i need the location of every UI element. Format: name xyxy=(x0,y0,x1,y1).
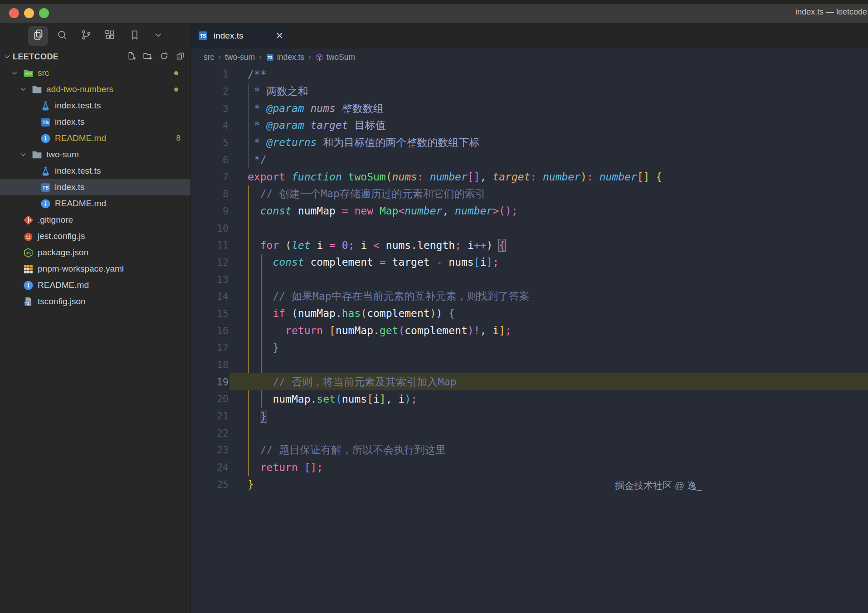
line-number: 1 xyxy=(191,68,248,80)
code-line-15[interactable]: 15 if (numMap.has(complement)) { xyxy=(191,305,868,322)
tree-item-jest.config.js[interactable]: jest.config.js xyxy=(0,228,190,244)
tree-item-README.md[interactable]: iREADME.md xyxy=(0,277,190,293)
tree-item-package.json[interactable]: JSpackage.json xyxy=(0,244,190,261)
tab-index-ts[interactable]: TS index.ts ✕ xyxy=(191,23,290,49)
breadcrumb-item-two-sum[interactable]: two-sum xyxy=(225,53,255,62)
tree-item-label: tsconfig.json xyxy=(38,297,86,306)
chevron-down-icon[interactable] xyxy=(4,53,11,60)
activity-source-control-button[interactable] xyxy=(76,26,96,46)
tree-item-.gitignore[interactable]: .gitignore xyxy=(0,212,190,228)
chevron-down-icon xyxy=(20,86,31,93)
code-line-19[interactable]: 19 // 否则，将当前元素及其索引加入Map xyxy=(191,373,868,390)
code-line-9[interactable]: 9 const numMap = new Map<number, number>… xyxy=(191,203,868,220)
tree-item-README.md[interactable]: iREADME.md xyxy=(0,195,190,212)
code-line-7[interactable]: 7export function twoSum(nums: number[], … xyxy=(191,168,868,185)
tree-item-tsconfig.json[interactable]: TStsconfig.json xyxy=(0,293,190,310)
tree-item-index.ts[interactable]: TSindex.ts xyxy=(0,114,190,130)
search-icon xyxy=(56,29,68,43)
tree-item-README.md[interactable]: iREADME.md8 xyxy=(0,130,190,146)
tree-item-index.test.ts[interactable]: index.test.ts xyxy=(0,163,190,179)
vscode-window: { "window": { "title": "index.ts — leetc… xyxy=(0,0,868,613)
tree-item-label: index.test.ts xyxy=(55,166,101,176)
line-number: 22 xyxy=(191,428,248,439)
code-text: // 否则，将当前元素及其索引加入Map xyxy=(248,375,456,389)
readme-icon: i xyxy=(23,280,34,291)
collapse-all-button[interactable] xyxy=(176,51,185,63)
new-folder-button[interactable] xyxy=(143,51,152,63)
file-tree: </>srcadd-two-numbersindex.test.tsTSinde… xyxy=(0,65,190,613)
ts-icon: TS xyxy=(40,117,51,128)
close-window-button[interactable] xyxy=(9,8,19,18)
tree-item-label: jest.config.js xyxy=(38,231,85,241)
line-number: 24 xyxy=(191,462,248,473)
code-line-5[interactable]: 5 * @returns 和为目标值的两个整数的数组下标 xyxy=(191,134,868,151)
code-text: if (numMap.has(complement)) { xyxy=(248,307,455,319)
line-number: 9 xyxy=(191,205,248,217)
minimize-window-button[interactable] xyxy=(24,8,34,18)
tree-item-index.ts[interactable]: TSindex.ts xyxy=(0,179,190,195)
tree-item-index.test.ts[interactable]: index.test.ts xyxy=(0,97,190,114)
tree-item-src[interactable]: </>src xyxy=(0,65,190,81)
tree-item-add-two-numbers[interactable]: add-two-numbers xyxy=(0,81,190,97)
code-line-3[interactable]: 3 * @param nums 整数数组 xyxy=(191,100,868,117)
line-number: 20 xyxy=(191,393,248,404)
line-number: 6 xyxy=(191,154,248,165)
code-line-14[interactable]: 14 // 如果Map中存在当前元素的互补元素，则找到了答案 xyxy=(191,288,868,305)
code-line-22[interactable]: 22 xyxy=(191,424,868,442)
activity-extensions-button[interactable] xyxy=(100,26,120,46)
code-line-17[interactable]: 17 } xyxy=(191,339,868,356)
code-line-13[interactable]: 13 xyxy=(191,271,868,288)
refresh-button[interactable] xyxy=(159,51,169,63)
readme-icon: i xyxy=(40,133,51,144)
breadcrumb-item-twoSum[interactable]: twoSum xyxy=(315,53,355,62)
line-number: 18 xyxy=(191,359,248,370)
code-line-11[interactable]: 11 for (let i = 0; i < nums.length; i++)… xyxy=(191,237,868,254)
svg-text:JS: JS xyxy=(26,251,31,255)
svg-text:i: i xyxy=(28,282,29,289)
code-line-18[interactable]: 18 xyxy=(191,356,868,374)
breadcrumb-item-src[interactable]: src xyxy=(204,53,214,62)
line-number: 3 xyxy=(191,103,248,114)
activity-explorer-button[interactable] xyxy=(28,26,48,46)
test-icon xyxy=(40,100,51,112)
activity-bookmark-button[interactable] xyxy=(124,26,144,46)
line-number: 19 xyxy=(191,376,248,388)
tree-item-pnpm-workspace.yaml[interactable]: pnpm-workspace.yaml xyxy=(0,261,190,277)
breadcrumb-item-index.ts[interactable]: TSindex.ts xyxy=(266,53,304,62)
code-line-8[interactable]: 8 // 创建一个Map存储遍历过的元素和它们的索引 xyxy=(191,185,868,203)
new-file-button[interactable] xyxy=(127,51,136,63)
code-line-12[interactable]: 12 const complement = target - nums[i]; xyxy=(191,254,868,271)
close-tab-icon[interactable]: ✕ xyxy=(275,30,283,41)
activity-search-button[interactable] xyxy=(52,26,72,46)
explorer-section-title[interactable]: LEETCODE xyxy=(13,52,59,62)
code-text: * @param target 目标值 xyxy=(248,118,385,132)
folder-icon xyxy=(31,149,43,161)
code-line-20[interactable]: 20 numMap.set(nums[i], i); xyxy=(191,390,868,408)
code-line-16[interactable]: 16 return [numMap.get(complement)!, i]; xyxy=(191,322,868,339)
activity-bar xyxy=(0,23,190,49)
code-line-6[interactable]: 6 */ xyxy=(191,151,868,168)
code-text: for (let i = 0; i < nums.length; i++) { xyxy=(248,239,505,251)
symbol-icon xyxy=(315,53,324,62)
code-line-25[interactable]: 25} xyxy=(191,476,868,493)
code-line-10[interactable]: 10 xyxy=(191,219,868,237)
code-line-4[interactable]: 4 * @param target 目标值 xyxy=(191,117,868,134)
zoom-window-button[interactable] xyxy=(39,8,49,18)
tab-bar: TS index.ts ✕ xyxy=(191,23,868,49)
tree-item-label: README.md xyxy=(38,280,89,290)
line-number: 15 xyxy=(191,308,248,319)
line-number: 12 xyxy=(191,257,248,268)
code-line-2[interactable]: 2 * 两数之和 xyxy=(191,83,868,100)
activity-more-chevron-button[interactable] xyxy=(148,26,168,46)
refresh-icon xyxy=(159,51,169,63)
git-icon xyxy=(23,214,34,226)
code-text: // 如果Map中存在当前元素的互补元素，则找到了答案 xyxy=(248,289,529,303)
code-line-24[interactable]: 24 return []; xyxy=(191,459,868,476)
code-line-1[interactable]: 1/** xyxy=(191,66,868,83)
code-line-21[interactable]: 21 } xyxy=(191,408,868,425)
code-editor[interactable]: 1/**2 * 两数之和3 * @param nums 整数数组4 * @par… xyxy=(191,66,868,613)
code-line-23[interactable]: 23 // 题目保证有解，所以不会执行到这里 xyxy=(191,442,868,459)
tree-item-two-sum[interactable]: two-sum xyxy=(0,146,190,163)
line-number: 10 xyxy=(191,223,248,234)
ts-icon: TS xyxy=(266,53,274,62)
